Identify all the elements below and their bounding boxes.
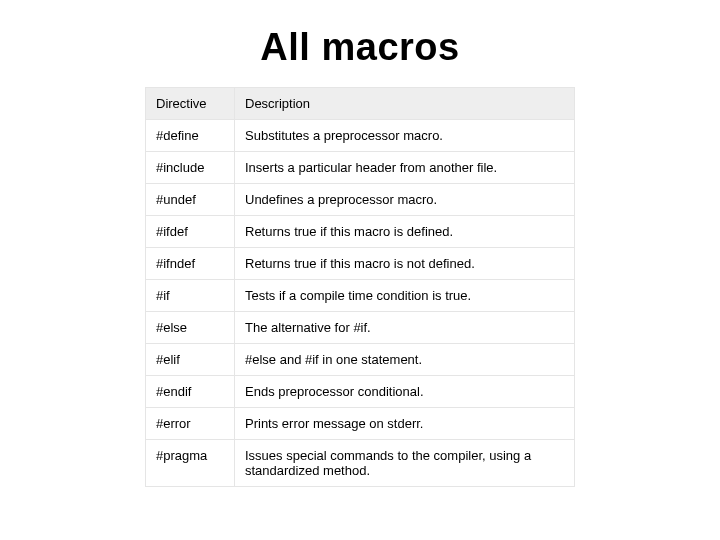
page-title: All macros <box>0 26 720 69</box>
macros-table: Directive Description #define Substitute… <box>145 87 575 487</box>
cell-directive: #error <box>146 408 235 440</box>
table-header-row: Directive Description <box>146 88 575 120</box>
table-row: #if Tests if a compile time condition is… <box>146 280 575 312</box>
table-row: #pragma Issues special commands to the c… <box>146 440 575 487</box>
cell-directive: #ifdef <box>146 216 235 248</box>
table-row: #ifdef Returns true if this macro is def… <box>146 216 575 248</box>
cell-description: #else and #if in one statement. <box>235 344 575 376</box>
cell-description: Returns true if this macro is defined. <box>235 216 575 248</box>
cell-directive: #elif <box>146 344 235 376</box>
table-row: #error Prints error message on stderr. <box>146 408 575 440</box>
cell-description: Substitutes a preprocessor macro. <box>235 120 575 152</box>
table-row: #ifndef Returns true if this macro is no… <box>146 248 575 280</box>
cell-description: Undefines a preprocessor macro. <box>235 184 575 216</box>
table-row: #include Inserts a particular header fro… <box>146 152 575 184</box>
cell-directive: #undef <box>146 184 235 216</box>
cell-directive: #else <box>146 312 235 344</box>
cell-description: Returns true if this macro is not define… <box>235 248 575 280</box>
cell-directive: #define <box>146 120 235 152</box>
cell-directive: #include <box>146 152 235 184</box>
table-row: #undef Undefines a preprocessor macro. <box>146 184 575 216</box>
table-row: #define Substitutes a preprocessor macro… <box>146 120 575 152</box>
cell-directive: #if <box>146 280 235 312</box>
cell-description: Prints error message on stderr. <box>235 408 575 440</box>
cell-description: Inserts a particular header from another… <box>235 152 575 184</box>
cell-directive: #ifndef <box>146 248 235 280</box>
table-row: #else The alternative for #if. <box>146 312 575 344</box>
cell-directive: #endif <box>146 376 235 408</box>
cell-description: Issues special commands to the compiler,… <box>235 440 575 487</box>
cell-directive: #pragma <box>146 440 235 487</box>
table-row: #elif #else and #if in one statement. <box>146 344 575 376</box>
col-header-directive: Directive <box>146 88 235 120</box>
cell-description: Ends preprocessor conditional. <box>235 376 575 408</box>
cell-description: Tests if a compile time condition is tru… <box>235 280 575 312</box>
col-header-description: Description <box>235 88 575 120</box>
cell-description: The alternative for #if. <box>235 312 575 344</box>
table-row: #endif Ends preprocessor conditional. <box>146 376 575 408</box>
